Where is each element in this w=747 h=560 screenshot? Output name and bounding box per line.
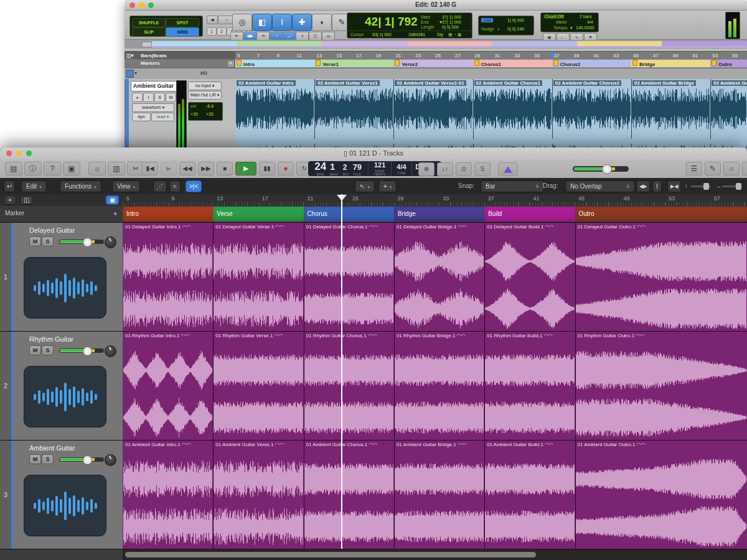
- pan-knob[interactable]: [105, 236, 116, 248]
- marker-intro[interactable]: Intro: [123, 207, 217, 222]
- marker-outro[interactable]: Outro: [710, 60, 747, 67]
- logic-remote-button[interactable]: [498, 162, 518, 176]
- command-tool-menu[interactable]: +▾: [378, 180, 397, 192]
- vol-pan-display[interactable]: vol -8.6 +35 +35: [188, 102, 223, 121]
- solo-button[interactable]: S: [154, 93, 165, 102]
- menu-functions[interactable]: Functions▾: [60, 180, 101, 192]
- vertical-zoom-slider[interactable]: [691, 185, 711, 187]
- solo-button[interactable]: S: [42, 236, 54, 246]
- scrollbar-thumb[interactable]: [125, 552, 536, 558]
- playhead[interactable]: [341, 194, 342, 549]
- edit-mode-shuffle-button[interactable]: SHUFFLE: [132, 18, 166, 27]
- edit-mode-grid-button[interactable]: GRID: [166, 27, 199, 37]
- track-volume-slider[interactable]: [59, 240, 104, 244]
- mixer-icon[interactable]: ▥: [108, 162, 125, 175]
- marker-intro[interactable]: Intro: [235, 60, 315, 67]
- marker-chorus[interactable]: Chorus: [304, 207, 398, 222]
- record-button[interactable]: ●: [278, 162, 294, 175]
- track-header-1[interactable]: 1Delayed GuitarMS: [0, 223, 123, 332]
- horizontal-zoom-slider[interactable]: [722, 185, 742, 187]
- region-lane-canvas[interactable]: [123, 441, 747, 549]
- zoom-out-button[interactable]: ◀: [207, 16, 218, 24]
- add-marker-button[interactable]: +: [113, 210, 117, 217]
- drag-menu[interactable]: No Overlap⇅: [565, 180, 635, 192]
- zoom-preset-2-button[interactable]: 2: [217, 27, 227, 35]
- snap-menu[interactable]: Bar⇅: [481, 180, 544, 192]
- marker-verse2[interactable]: Verse2: [393, 60, 473, 67]
- region-name[interactable]: 02 Ambient Guitar Outro: [712, 80, 747, 86]
- region-lane-canvas[interactable]: [123, 332, 747, 441]
- count-off-button[interactable]: Count Off: [543, 14, 565, 19]
- protools-titlebar[interactable]: Edit: 02 140 G: [125, 0, 747, 11]
- volume-knob[interactable]: [83, 238, 92, 247]
- input-monitor-button[interactable]: I: [143, 93, 154, 102]
- stop-button[interactable]: ■: [217, 162, 233, 175]
- note-pads-icon[interactable]: ✎: [705, 162, 721, 175]
- pan-knob[interactable]: [105, 345, 116, 357]
- solo-button[interactable]: S: [42, 454, 54, 464]
- mute-button[interactable]: M: [29, 454, 41, 464]
- main-counter[interactable]: 42| 1| 792: [365, 15, 418, 29]
- trim-tool[interactable]: ◧: [252, 14, 272, 31]
- universe-view[interactable]: [125, 40, 747, 49]
- bar-ruler[interactable]: 59131721252933374145495357: [123, 194, 747, 206]
- marker-chorus2[interactable]: Chorus2: [552, 60, 632, 67]
- region-name[interactable]: 01 Ambient Guitar Bridge.1 ◠◠: [397, 442, 466, 447]
- horizontal-scrollbar[interactable]: [0, 549, 747, 560]
- logic-titlebar[interactable]: ▯ 01 121 D - Tracks: [0, 147, 747, 160]
- pause-button[interactable]: ▮▮: [259, 162, 275, 175]
- markers-ruler[interactable]: Markers + IntroVerse1Verse2Chorus1Chorus…: [125, 59, 747, 68]
- marker-bridge[interactable]: Bridge: [394, 207, 488, 222]
- track-name[interactable]: Delayed Guitar: [29, 226, 75, 234]
- catch-playhead-icon[interactable]: >|<: [186, 180, 202, 192]
- master-solo-icon[interactable]: S: [474, 162, 491, 176]
- region-name[interactable]: 01 Rhythm Guitar Verse.1 ◠◠: [215, 333, 283, 338]
- region-name[interactable]: 02 Ambient Guitar Chorus1: [474, 80, 542, 86]
- delay-compensation-label[interactable]: Dly: [437, 32, 443, 37]
- library-icon[interactable]: ▤: [5, 162, 22, 175]
- region-name[interactable]: 01 Ambient Guitar Build.1 ◠◠: [487, 442, 553, 447]
- record-enable-button[interactable]: ●: [132, 93, 143, 102]
- mute-button[interactable]: M: [166, 93, 176, 102]
- region-name[interactable]: 01 Rhythm Guitar Intro.1 ◠◠: [125, 333, 190, 338]
- chevron-down-icon[interactable]: ▾: [134, 70, 137, 76]
- grid-mode-button[interactable]: Grid: [481, 18, 493, 22]
- region-name[interactable]: 01 Ambient Guitar Outro.1 ◠◠: [578, 442, 646, 447]
- track-list-icon[interactable]: [126, 70, 134, 78]
- lcd-position[interactable]: 24BAR 1BEAT 2DIV 79TICK: [308, 161, 369, 176]
- back-arrow-icon[interactable]: ↩: [4, 180, 15, 192]
- tempo-label[interactable]: Tempo: [553, 26, 566, 30]
- track-header-3[interactable]: 3Ambient GuitarMS: [0, 441, 123, 549]
- play-from-selection-button[interactable]: ▶: [161, 162, 177, 175]
- mute-button[interactable]: M: [29, 236, 41, 246]
- region-name[interactable]: 01 Rhythm Guitar Build.1 ◠◠: [487, 333, 553, 338]
- grid-value[interactable]: 1| 0| 000: [507, 18, 524, 22]
- track-name[interactable]: Ambient Guitar: [131, 81, 179, 91]
- automation-icon[interactable]: ⋰: [153, 180, 167, 192]
- bars-beats-ruler[interactable]: ◫▾ Bars|Beats 57911131517192123252729313…: [125, 51, 747, 60]
- track-auto-zoom-button[interactable]: ▣: [106, 195, 119, 205]
- volume-knob[interactable]: [83, 455, 92, 465]
- protools-waveform-canvas[interactable]: [235, 79, 747, 149]
- meter-label[interactable]: Meter: [556, 20, 567, 24]
- zoom-preset-1-button[interactable]: 1: [207, 27, 217, 35]
- lcd-tempo[interactable]: 121 KEEP TEMPO: [369, 161, 392, 176]
- input-monitoring-icon[interactable]: ⊗: [418, 162, 435, 176]
- forward-button[interactable]: ▶▶: [198, 162, 214, 175]
- region-name[interactable]: 02 Ambient Guitar Chorus2: [553, 80, 621, 86]
- track-name[interactable]: Ambient Guitar: [29, 444, 75, 452]
- region-name[interactable]: 01 Rhythm Guitar Outro.1 ◠◠: [578, 333, 645, 338]
- quick-help-icon[interactable]: ?: [44, 162, 61, 175]
- flex-icon[interactable]: ≈: [169, 180, 181, 192]
- edit-function-button-6[interactable]: ≡: [296, 32, 309, 40]
- marker-bridge[interactable]: Bridge: [631, 60, 711, 67]
- edit-function-button-1[interactable]: ⇤: [230, 32, 243, 40]
- menu-edit[interactable]: Edit▾: [21, 180, 47, 192]
- region-name[interactable]: 02 Ambient Guitar Verse1: [316, 80, 380, 86]
- edit-function-button-8[interactable]: ▭: [322, 32, 335, 40]
- inspector-icon[interactable]: ⓘ: [24, 162, 42, 175]
- zoomer-tool[interactable]: ◎: [232, 14, 252, 31]
- marker-verse1[interactable]: Verse1: [314, 60, 394, 67]
- edit-function-button-2[interactable]: ◀▶: [243, 32, 256, 40]
- track-view-selector[interactable]: waveform ▾: [132, 103, 174, 112]
